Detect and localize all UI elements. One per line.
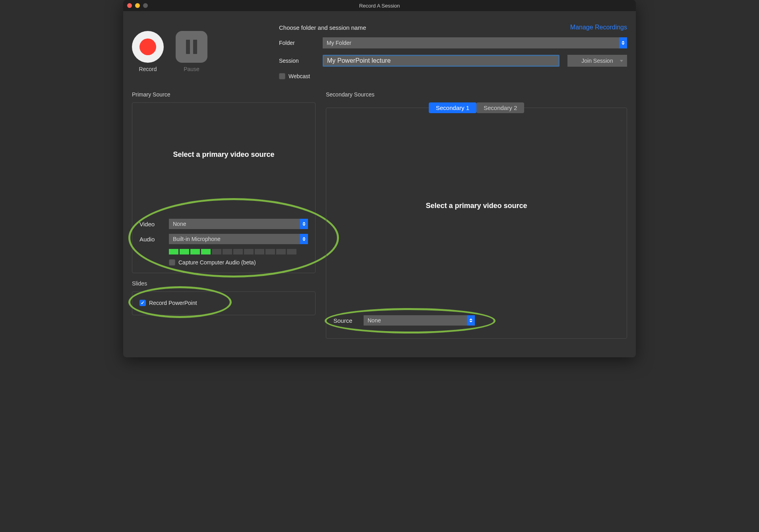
join-session-button[interactable]: Join Session	[567, 55, 627, 67]
minimize-window-button[interactable]	[135, 3, 140, 8]
source-select[interactable]: None	[364, 315, 475, 326]
audio-label: Audio	[139, 236, 163, 243]
level-segment	[169, 249, 178, 254]
folder-select[interactable]: My Folder	[323, 37, 627, 48]
folder-label: Folder	[279, 40, 315, 46]
video-label: Video	[139, 221, 163, 227]
level-segment	[233, 249, 243, 254]
maximize-window-button[interactable]	[143, 3, 148, 8]
slides-panel: Record PowerPoint	[132, 291, 316, 315]
record-label: Record	[139, 66, 157, 72]
setup-header: Choose folder and session name	[279, 24, 366, 31]
record-button[interactable]	[132, 31, 164, 63]
level-segment	[276, 249, 286, 254]
chevron-updown-icon	[467, 315, 475, 326]
secondary-source-panel: Select a primary video source Source Non…	[326, 108, 627, 339]
titlebar: Record A Session	[123, 0, 636, 11]
audio-select[interactable]: Built-in Microphone	[169, 234, 308, 244]
primary-source-title: Primary Source	[132, 91, 316, 98]
pause-icon-bar	[186, 40, 190, 54]
level-segment	[201, 249, 211, 254]
tab-secondary-1[interactable]: Secondary 1	[429, 102, 476, 113]
capture-computer-audio-checkbox[interactable]	[169, 259, 175, 266]
audio-level-meter	[169, 249, 308, 254]
level-segment	[244, 249, 254, 254]
window-title: Record A Session	[359, 3, 400, 9]
primary-prompt: Select a primary video source	[132, 103, 315, 159]
record-powerpoint-checkbox[interactable]	[139, 300, 146, 306]
chevron-updown-icon	[300, 219, 308, 229]
level-segment	[180, 249, 189, 254]
tab-secondary-2[interactable]: Secondary 2	[476, 102, 524, 113]
record-powerpoint-label: Record PowerPoint	[149, 300, 197, 306]
record-icon	[139, 39, 156, 55]
close-window-button[interactable]	[127, 3, 132, 8]
join-session-label: Join Session	[581, 58, 613, 64]
pause-label: Pause	[184, 66, 199, 72]
chevron-updown-icon	[619, 37, 627, 48]
session-label: Session	[279, 58, 315, 64]
audio-value: Built-in Microphone	[173, 236, 221, 242]
level-segment	[223, 249, 232, 254]
level-segment	[255, 249, 264, 254]
source-label: Source	[333, 317, 357, 324]
video-value: None	[173, 221, 186, 227]
webcast-checkbox[interactable]	[279, 73, 285, 79]
slides-title: Slides	[132, 280, 316, 287]
secondary-prompt: Select a primary video source	[326, 108, 627, 210]
level-segment	[190, 249, 200, 254]
manage-recordings-link[interactable]: Manage Recordings	[570, 24, 627, 31]
source-value: None	[368, 317, 381, 324]
webcast-label: Webcast	[288, 73, 310, 79]
chevron-updown-icon	[300, 234, 308, 244]
capture-computer-audio-label: Capture Computer Audio (beta)	[178, 259, 256, 266]
level-segment	[265, 249, 275, 254]
pause-button[interactable]	[176, 31, 207, 63]
level-segment	[287, 249, 296, 254]
secondary-sources-title: Secondary Sources	[326, 91, 627, 98]
traffic-lights	[127, 3, 148, 8]
video-select[interactable]: None	[169, 219, 308, 229]
pause-icon-bar	[193, 40, 197, 54]
session-name-input[interactable]	[323, 55, 560, 67]
folder-value: My Folder	[327, 40, 351, 46]
record-session-window: Record A Session Record Pause	[123, 0, 636, 357]
level-segment	[212, 249, 221, 254]
primary-source-panel: Select a primary video source Video None…	[132, 102, 316, 273]
